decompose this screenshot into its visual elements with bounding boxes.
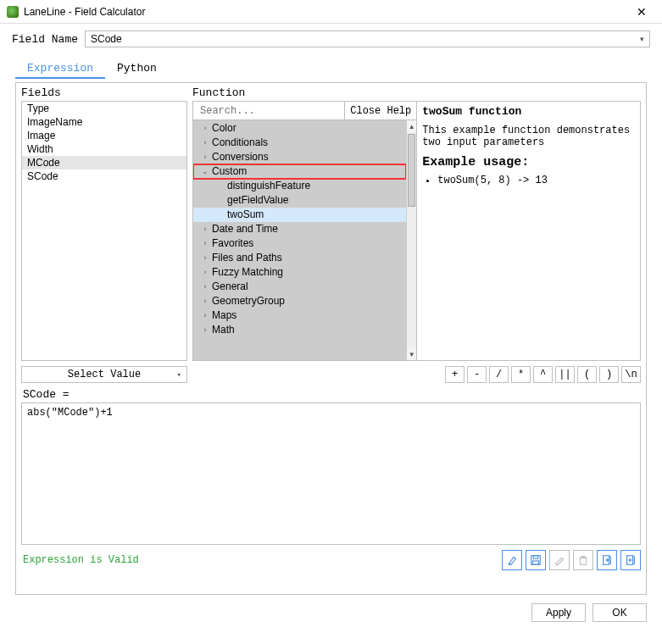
tree-group[interactable]: ›Favorites xyxy=(193,236,406,251)
field-name-combo[interactable]: SCode ▾ xyxy=(85,31,650,47)
close-help-button[interactable]: Close Help xyxy=(344,102,416,119)
tree-group[interactable]: ›Conversions xyxy=(193,150,406,164)
select-value-label: Select Value xyxy=(68,369,141,380)
tree-item[interactable]: getFieldValue xyxy=(193,193,406,208)
tree-group[interactable]: ›Files and Paths xyxy=(193,251,406,265)
chevron-right-icon: › xyxy=(200,251,210,265)
tree-group-label: Conversions xyxy=(210,150,269,164)
help-usage-heading: Example usage: xyxy=(422,155,635,169)
ok-button[interactable]: OK xyxy=(592,603,647,622)
field-item[interactable]: Width xyxy=(22,142,186,156)
scroll-down-icon[interactable]: ▼ xyxy=(407,348,416,360)
operator-button[interactable]: || xyxy=(555,366,575,383)
chevron-right-icon: › xyxy=(200,308,210,323)
operator-row: +-/*^||()\n xyxy=(192,366,641,383)
edit-icon xyxy=(549,550,570,570)
field-item[interactable]: SCode xyxy=(22,169,186,183)
operator-button[interactable]: \n xyxy=(621,366,641,383)
tree-group-label: GeometryGroup xyxy=(210,294,285,308)
help-usage-item: twoSum(5, 8) -> 13 xyxy=(437,175,635,186)
expression-editor[interactable]: abs("MCode")+1 xyxy=(21,402,641,545)
select-value-combo[interactable]: Select Value xyxy=(21,366,187,383)
operator-button[interactable]: / xyxy=(489,366,509,383)
tree-group[interactable]: ›Math xyxy=(193,323,406,337)
tree-group-label: Date and Time xyxy=(210,222,278,236)
operator-button[interactable]: ) xyxy=(599,366,619,383)
delete-icon xyxy=(573,550,593,570)
tree-group-label: Color xyxy=(210,121,236,136)
operator-button[interactable]: - xyxy=(467,366,487,383)
validation-status: Expression is Valid xyxy=(21,554,139,566)
tree-group-label: Files and Paths xyxy=(210,251,282,265)
fields-list[interactable]: TypeImageNameImageWidthMCodeSCode xyxy=(21,101,187,361)
search-input[interactable] xyxy=(193,102,344,119)
tree-group-label: Favorites xyxy=(210,236,253,251)
clear-icon[interactable] xyxy=(502,550,522,570)
chevron-right-icon: › xyxy=(200,280,210,294)
close-icon[interactable]: ✕ xyxy=(628,0,655,24)
tree-group-label: Fuzzy Matching xyxy=(210,265,283,280)
apply-button[interactable]: Apply xyxy=(531,603,586,622)
app-icon xyxy=(7,6,19,18)
function-header: Function xyxy=(192,86,641,101)
help-title: twoSum function xyxy=(422,105,635,118)
operator-button[interactable]: + xyxy=(445,366,465,383)
tree-group[interactable]: ›Maps xyxy=(193,308,406,323)
tree-group[interactable]: ›Color xyxy=(193,121,406,136)
svg-rect-3 xyxy=(581,558,587,564)
tree-group[interactable]: ›Conditionals xyxy=(193,136,406,150)
chevron-right-icon: › xyxy=(200,323,210,337)
tree-group[interactable]: ›Fuzzy Matching xyxy=(193,265,406,280)
svg-rect-1 xyxy=(533,556,537,559)
tree-group-label: General xyxy=(210,280,248,294)
tree-group-label: Math xyxy=(210,323,235,337)
field-name-value: SCode xyxy=(91,33,122,45)
chevron-right-icon: › xyxy=(200,236,210,251)
expression-label: SCode = xyxy=(23,388,641,401)
tree-group[interactable]: ›General xyxy=(193,280,406,294)
chevron-right-icon: › xyxy=(200,294,210,308)
tree-group-label: Custom xyxy=(210,164,247,179)
tab-python[interactable]: Python xyxy=(105,59,169,79)
export-icon[interactable] xyxy=(597,550,617,570)
tree-group-label: Maps xyxy=(210,308,236,323)
help-panel: twoSum function This example function de… xyxy=(417,102,640,360)
operator-button[interactable]: ( xyxy=(577,366,597,383)
chevron-down-icon: ▾ xyxy=(640,35,644,43)
tab-expression[interactable]: Expression xyxy=(15,59,105,79)
tree-item[interactable]: distinguishFeature xyxy=(193,179,406,193)
window-title: LaneLine - Field Calculator xyxy=(24,6,145,18)
operator-button[interactable]: ^ xyxy=(533,366,553,383)
tree-group[interactable]: ⌄Custom xyxy=(193,164,406,179)
chevron-right-icon: › xyxy=(200,150,210,164)
tree-group[interactable]: ›Date and Time xyxy=(193,222,406,236)
chevron-right-icon: › xyxy=(200,222,210,236)
tree-group-label: Conditionals xyxy=(210,136,268,150)
field-item[interactable]: Type xyxy=(22,102,186,115)
tree-group[interactable]: ›GeometryGroup xyxy=(193,294,406,308)
help-desc: This example function demonstrates two i… xyxy=(422,125,635,148)
import-icon[interactable] xyxy=(620,550,641,570)
chevron-down-icon: ⌄ xyxy=(200,164,210,179)
save-icon[interactable] xyxy=(526,550,546,570)
operator-button[interactable]: * xyxy=(511,366,531,383)
scroll-up-icon[interactable]: ▲ xyxy=(407,120,416,132)
chevron-right-icon: › xyxy=(200,121,210,136)
tree-item[interactable]: twoSum xyxy=(193,208,406,222)
scroll-thumb[interactable] xyxy=(408,134,415,207)
fields-header: Fields xyxy=(21,86,187,101)
chevron-right-icon: › xyxy=(200,136,210,150)
scrollbar[interactable]: ▲ ▼ xyxy=(406,120,416,360)
field-item[interactable]: Image xyxy=(22,129,186,142)
field-item[interactable]: MCode xyxy=(22,156,186,169)
svg-rect-2 xyxy=(533,561,539,564)
field-name-label: Field Name xyxy=(12,33,78,46)
field-item[interactable]: ImageName xyxy=(22,115,186,129)
chevron-right-icon: › xyxy=(200,265,210,280)
function-tree[interactable]: ›Color›Conditionals›Conversions⌄Customdi… xyxy=(193,120,406,360)
